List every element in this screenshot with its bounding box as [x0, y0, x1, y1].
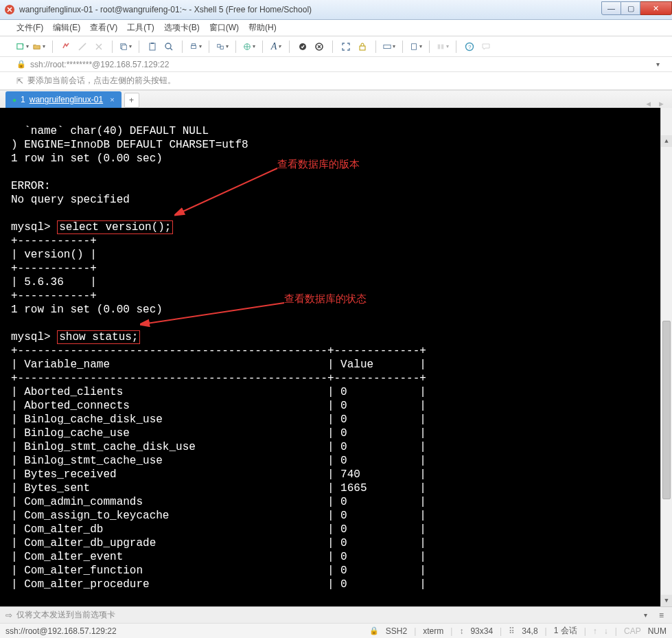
- xagent-icon[interactable]: [297, 41, 309, 53]
- address-lock-icon: 🔒: [16, 60, 26, 69]
- term-line: +---------------------------------------…: [11, 372, 426, 385]
- layout-icon[interactable]: [437, 41, 449, 53]
- svg-rect-10: [218, 44, 220, 47]
- status-protocol: SSH2: [386, 626, 407, 636]
- tab-nav-right-icon[interactable]: ►: [658, 100, 665, 108]
- table-row: | Binlog_stmt_cache_use | 0 |: [11, 455, 426, 467]
- xftp-icon[interactable]: [313, 41, 325, 53]
- toolbar-sep: [402, 41, 403, 53]
- disconnect-icon[interactable]: [76, 41, 89, 53]
- table-row: | Bytes_sent | 1665 |: [11, 482, 426, 494]
- scroll-up-icon[interactable]: ▲: [661, 135, 672, 147]
- term-line: +-----------+: [11, 235, 97, 247]
- menu-tabs[interactable]: 选项卡(B): [164, 22, 200, 34]
- scroll-down-icon[interactable]: ▼: [661, 595, 672, 606]
- globe-icon[interactable]: [243, 41, 255, 53]
- term-line: 1 row in set (0.00 sec): [11, 152, 163, 165]
- menu-file[interactable]: 文件(F): [16, 22, 43, 34]
- table-row: | Com_alter_event | 0 |: [11, 551, 426, 563]
- window-controls: — ▢ ✕: [601, 1, 672, 15]
- menu-window[interactable]: 窗口(W): [209, 22, 239, 34]
- send-dropdown-icon[interactable]: ▾: [644, 611, 647, 619]
- tab-close-icon[interactable]: ×: [110, 95, 114, 104]
- toolbar-sep: [289, 41, 290, 53]
- table-row: | Binlog_cache_disk_use | 0 |: [11, 413, 426, 426]
- svg-rect-17: [412, 43, 417, 49]
- term-line: | Variable_name | Value |: [11, 358, 426, 371]
- menu-tools[interactable]: 工具(T): [127, 22, 154, 34]
- toolbar-sep: [112, 41, 113, 53]
- svg-rect-19: [441, 44, 443, 49]
- status-proto-lock-icon: 🔒: [369, 626, 379, 635]
- term-line: +-----------+: [11, 290, 97, 302]
- tab-name: wangruifenglinux-01: [30, 95, 103, 104]
- help-icon[interactable]: ?: [463, 41, 476, 53]
- new-session-icon[interactable]: +: [16, 41, 29, 53]
- chat-icon[interactable]: [480, 41, 492, 53]
- term-line: +-----------+: [11, 262, 97, 275]
- maximize-button[interactable]: ▢: [621, 1, 640, 15]
- svg-rect-11: [220, 46, 223, 49]
- tab-nav-left-icon[interactable]: ◄: [645, 100, 652, 108]
- menu-edit[interactable]: 编辑(E): [53, 22, 80, 34]
- svg-line-23: [147, 303, 284, 323]
- toolbar-sep: [456, 41, 456, 53]
- table-row: | Aborted_clients | 0 |: [11, 386, 426, 398]
- reconnect-icon[interactable]: [60, 41, 72, 53]
- menu-view[interactable]: 查看(V): [90, 22, 117, 34]
- annotation-arrow-icon: [174, 166, 284, 218]
- address-bar[interactable]: 🔒 ssh://root:********@192.168.57.129:22 …: [0, 57, 672, 72]
- term-line: | 5.6.36 |: [11, 276, 97, 288]
- tab-nav-arrows: ◄ ►: [645, 100, 665, 108]
- terminal-scrollbar[interactable]: ▲ ▼: [660, 108, 672, 606]
- annotation-arrow-icon: [140, 300, 291, 328]
- status-up-icon[interactable]: ↑: [593, 626, 597, 636]
- script-icon[interactable]: [410, 41, 422, 53]
- send-menu-icon[interactable]: ≡: [659, 611, 664, 620]
- annotation-status-label: 查看数据库的状态: [284, 292, 367, 306]
- fullscreen-icon[interactable]: [340, 41, 352, 53]
- transfer-icon[interactable]: [216, 41, 229, 53]
- status-sessions: 1 会话: [554, 625, 577, 637]
- session-tab[interactable]: ● 1 wangruifenglinux-01 ×: [5, 91, 121, 108]
- table-row: | Com_alter_procedure | 0 |: [11, 578, 426, 591]
- minimize-button[interactable]: —: [601, 1, 621, 15]
- term-prompt: mysql>: [11, 221, 57, 233]
- hint-arrow-icon[interactable]: ⇱: [16, 76, 23, 86]
- toolbar-sep: [209, 41, 209, 53]
- toolbar-sep: [429, 41, 430, 53]
- status-down-icon[interactable]: ↓: [604, 626, 608, 636]
- toolbar-sep: [375, 41, 376, 53]
- address-url: ssh://root:********@192.168.57.129:22: [30, 60, 169, 69]
- svg-text:+: +: [22, 43, 25, 47]
- status-size: 93x34: [470, 626, 493, 636]
- find-icon[interactable]: [163, 41, 175, 53]
- menu-help[interactable]: 帮助(H): [248, 22, 277, 34]
- table-row: | Com_alter_function | 0 |: [11, 565, 426, 577]
- terminal[interactable]: `name` char(40) DEFAULT NULL ) ENGINE=In…: [0, 108, 672, 606]
- table-row: | Com_assign_to_keycache | 0 |: [11, 510, 426, 522]
- send-input[interactable]: 仅将文本发送到当前选项卡: [16, 609, 672, 621]
- send-icon[interactable]: ⇨: [5, 611, 12, 620]
- lock-icon[interactable]: [356, 41, 369, 53]
- svg-line-22: [181, 168, 277, 212]
- print-icon[interactable]: [189, 41, 202, 53]
- keyboard-icon[interactable]: [383, 41, 395, 53]
- paste-icon[interactable]: [146, 41, 159, 53]
- toolbar: + A ?: [0, 36, 672, 57]
- toolbar-sep: [262, 41, 263, 53]
- table-row: | Binlog_cache_use | 0 |: [11, 427, 426, 440]
- copy-icon[interactable]: [119, 41, 132, 53]
- status-connection: ssh://root@192.168.57.129:22: [5, 626, 117, 636]
- hint-text: 要添加当前会话，点击左侧的箭头按钮。: [27, 75, 176, 87]
- open-folder-icon[interactable]: [33, 41, 45, 53]
- address-dropdown-icon[interactable]: ▾: [656, 60, 660, 68]
- add-tab-button[interactable]: +: [124, 93, 139, 108]
- scroll-thumb[interactable]: [662, 321, 671, 499]
- properties-icon[interactable]: [93, 41, 105, 53]
- svg-point-7: [165, 43, 171, 49]
- close-button[interactable]: ✕: [640, 1, 672, 15]
- font-icon[interactable]: A: [270, 41, 282, 53]
- toolbar-sep: [332, 41, 333, 53]
- connected-indicator-icon: ●: [12, 96, 16, 104]
